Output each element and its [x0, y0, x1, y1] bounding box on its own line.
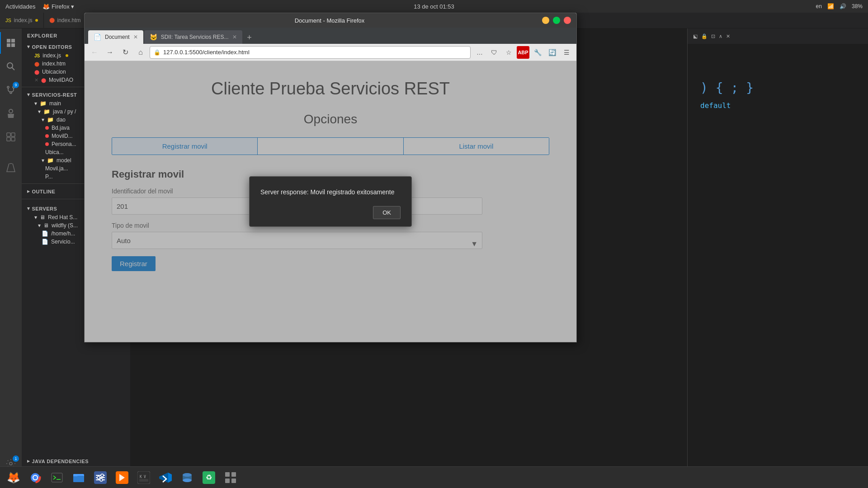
back-btn[interactable]: ← [88, 46, 101, 59]
taskbar-firefox[interactable]: 🦊 [4, 468, 24, 488]
svg-rect-40 [225, 479, 230, 483]
modified-indicator [66, 54, 68, 57]
tab-label-indexhtml: index.htm [57, 17, 81, 23]
vscode-tab-indexjs[interactable]: JS index.js [0, 12, 44, 28]
java-deps-header[interactable]: ▸ JAVA DEPENDENCIES [22, 456, 130, 466]
file-label: Ubicacion [42, 69, 66, 75]
taskbar-grid[interactable] [221, 468, 241, 488]
firefox-label[interactable]: 🦊 Firefox ▾ [42, 3, 74, 10]
folder-icon: 📁 [47, 117, 54, 123]
ff-menu-btn[interactable]: ☰ [560, 46, 573, 59]
tree-label: P... [45, 174, 52, 180]
lang-indicator[interactable]: en [816, 3, 822, 9]
new-tab-btn[interactable]: + [243, 31, 256, 44]
code-line-default: default [700, 101, 864, 110]
taskbar-files[interactable] [69, 468, 89, 488]
url-bar[interactable]: 🔒 127.0.0.1:5500/cliente/index.html [150, 46, 471, 59]
taskbar-settings[interactable] [90, 468, 110, 488]
taskbar-db[interactable] [177, 468, 197, 488]
error-dot [45, 134, 49, 138]
java-deps-label: JAVA DEPENDENCIES [32, 459, 89, 464]
activities-label[interactable]: Actividades [5, 3, 35, 10]
more-icon[interactable]: ⊡ [711, 33, 715, 39]
alert-dialog: Server response: Movil registrado exitos… [249, 176, 412, 227]
lock-icon[interactable]: 🔒 [701, 33, 708, 39]
ff-minimize-btn[interactable]: − [542, 17, 549, 24]
project-label: SERVICIOS-REST [32, 92, 77, 98]
svg-point-2 [7, 86, 9, 88]
ff-bookmark-btn[interactable]: 🛡 [488, 46, 500, 59]
activity-test[interactable] [0, 157, 22, 178]
file-label: index.js [42, 52, 61, 59]
tab-close-btn[interactable]: ✕ [133, 34, 138, 40]
ff-addon2[interactable]: 🔧 [531, 46, 544, 59]
chevron-right-icon2: ▸ [27, 458, 30, 464]
taskbar-green[interactable]: ♻ [199, 468, 219, 488]
firefox-content: Cliente Prueba Servicios REST Opciones R… [85, 61, 576, 342]
outline-label: OUTLINE [32, 189, 56, 194]
chevron-icon: ▾ [34, 214, 37, 221]
activity-explorer[interactable] [0, 32, 22, 54]
chevron-icon: ▾ [34, 100, 37, 107]
refresh-btn[interactable]: ↻ [119, 46, 132, 59]
activity-debug[interactable] [0, 103, 22, 124]
panel-actions: ⬕ 🔒 ⊡ ∧ ✕ [693, 33, 730, 39]
svg-rect-39 [231, 472, 236, 477]
firefox-tab-sdii[interactable]: 🐱 SDII: Tarea Servicios RES... ✕ [144, 30, 242, 44]
folder-icon: 📁 [47, 157, 54, 164]
taskbar-chrome[interactable] [25, 468, 45, 488]
volume-icon: 🔊 [840, 3, 846, 9]
activity-extensions[interactable] [0, 126, 22, 148]
firefox-title: Document - Mozilla Firefox [117, 17, 542, 24]
activity-source-control[interactable]: 9 [0, 79, 22, 101]
panel-close-icon[interactable]: ✕ [726, 33, 730, 39]
js-icon: JS [34, 53, 40, 58]
tab-favicon2: 🐱 [150, 33, 157, 41]
svg-line-1 [12, 68, 15, 70]
svg-point-0 [7, 63, 13, 68]
taskbar-vscode[interactable] [156, 468, 175, 488]
svg-rect-5 [7, 133, 10, 136]
ff-maximize-btn[interactable]: □ [553, 17, 560, 24]
ff-addon3[interactable]: 🔄 [546, 46, 558, 59]
firefox-window: Document - Mozilla Firefox − □ ✕ 📄 Docum… [84, 13, 577, 343]
svg-rect-17 [73, 476, 84, 482]
tab-label2: SDII: Tarea Servicios RES... [161, 34, 229, 40]
tab-favicon: 📄 [94, 33, 101, 41]
firefox-tab-document[interactable]: 📄 Document ✕ [88, 30, 143, 44]
ff-addon1[interactable]: ABP [517, 46, 529, 59]
server-label: Servicio... [51, 239, 75, 245]
firefox-navbar: ← → ↻ ⌂ 🔒 127.0.0.1:5500/cliente/index.h… [85, 44, 576, 61]
error-dot [45, 126, 49, 130]
tree-label: Persona... [52, 141, 76, 147]
ff-more-btn[interactable]: … [473, 46, 486, 59]
tab-close-btn2[interactable]: ✕ [232, 34, 237, 40]
home-btn[interactable]: ⌂ [134, 46, 147, 59]
vscode-tab-indexhtml[interactable]: ⬤ index.htm [44, 12, 87, 28]
close-icon2[interactable]: ✕ [34, 77, 38, 83]
system-bar: Actividades 🦊 Firefox ▾ 13 de oct 01:53 … [0, 0, 868, 13]
taskbar-terminal[interactable] [47, 468, 67, 488]
taskbar-kv[interactable]: KV [134, 468, 154, 488]
tab-label-indexjs: index.js [14, 17, 33, 23]
tree-label: dao [57, 117, 66, 123]
ff-star-btn[interactable]: ☆ [502, 46, 515, 59]
svg-point-34 [183, 479, 192, 482]
source-control-badge: 9 [13, 82, 19, 88]
java-icon2: ⬤ [41, 78, 46, 83]
path-icon: 📄 [42, 230, 48, 237]
chevron-up-icon[interactable]: ∧ [719, 33, 722, 39]
alert-ok-button[interactable]: OK [373, 206, 401, 219]
ff-nav-actions: … 🛡 ☆ ABP 🔧 🔄 ☰ [473, 46, 573, 59]
alert-buttons: OK [260, 206, 401, 219]
alert-message: Server response: Movil registrado exitos… [260, 188, 401, 197]
code-line-1: ) { ; } [700, 84, 864, 92]
activity-search[interactable] [0, 56, 22, 77]
url-text: 127.0.0.1:5500/cliente/index.html [163, 49, 250, 56]
tree-label: java / py / [53, 108, 76, 115]
taskbar-sublime[interactable] [112, 468, 132, 488]
forward-btn[interactable]: → [104, 46, 116, 59]
split-icon[interactable]: ⬕ [693, 33, 698, 39]
ff-close-btn[interactable]: ✕ [564, 17, 571, 24]
modified-dot [35, 19, 38, 22]
